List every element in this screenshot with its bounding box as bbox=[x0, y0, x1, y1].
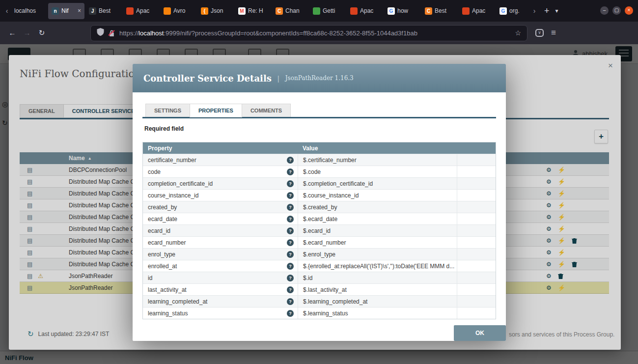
help-icon[interactable]: ? bbox=[287, 168, 294, 175]
property-row[interactable]: ecard_id?$.ecard_id bbox=[143, 224, 496, 236]
property-row[interactable]: course_instance_id?$.course_instance_id bbox=[143, 189, 496, 201]
property-name-cell: enrol_type? bbox=[143, 249, 298, 260]
help-icon[interactable]: ? bbox=[287, 227, 294, 234]
help-icon[interactable]: ? bbox=[287, 310, 294, 317]
browser-tab[interactable]: Gorg. bbox=[496, 3, 530, 19]
new-tab-button[interactable]: + bbox=[544, 6, 550, 16]
property-value[interactable]: $.last_activity_at bbox=[298, 284, 457, 295]
property-row[interactable]: learning_status?$.learning_status bbox=[143, 307, 496, 319]
bookmark-star-icon[interactable]: ☆ bbox=[515, 29, 521, 37]
properties-table-header: Property Value bbox=[143, 142, 496, 154]
tab-label: Getti bbox=[323, 7, 342, 14]
tab-scroll-right-icon[interactable]: › bbox=[530, 7, 538, 15]
property-value[interactable]: $.ecard_date bbox=[298, 213, 457, 224]
ok-button[interactable]: OK bbox=[454, 325, 506, 341]
property-row[interactable]: completion_certificate_id?$.completion_c… bbox=[143, 177, 496, 189]
browser-tab[interactable]: CChan bbox=[272, 3, 308, 19]
browser-tab[interactable]: Avro bbox=[160, 3, 196, 19]
tab-label: Apac bbox=[136, 7, 156, 14]
tab-label: Apac bbox=[360, 7, 380, 14]
property-name: last_activity_at bbox=[148, 286, 284, 293]
tab-close-icon[interactable]: × bbox=[78, 7, 81, 14]
browser-tab[interactable]: Ghow bbox=[384, 3, 420, 19]
browser-tab[interactable]: Getti bbox=[309, 3, 346, 19]
help-icon[interactable]: ? bbox=[287, 239, 294, 246]
property-value[interactable]: $.completion_certificate_id bbox=[298, 178, 457, 189]
browser-tab[interactable]: JBest bbox=[85, 3, 122, 19]
property-value[interactable]: $.{enrolled_at:replaceAll('(IST)\s',''):… bbox=[298, 260, 457, 272]
property-row[interactable]: id?$.id bbox=[143, 272, 496, 283]
property-value[interactable]: $.ecard_id bbox=[298, 225, 457, 236]
app-menu-icon[interactable]: ≡ bbox=[551, 28, 556, 38]
browser-tab[interactable]: nNif× bbox=[48, 3, 84, 19]
property-name: course_instance_id bbox=[148, 192, 284, 199]
property-value[interactable]: $.certificate_number bbox=[298, 154, 457, 166]
browser-tab[interactable]: {Json bbox=[197, 3, 234, 19]
help-icon[interactable]: ? bbox=[287, 216, 294, 223]
help-icon[interactable]: ? bbox=[287, 204, 294, 211]
shield-icon[interactable] bbox=[97, 28, 104, 38]
url-text[interactable]: https://localhost:9999/nifi/?processGrou… bbox=[119, 29, 417, 37]
property-row[interactable]: learning_completed_at?$.learning_complet… bbox=[143, 295, 496, 307]
property-row[interactable]: ecard_date?$.ecard_date bbox=[143, 213, 496, 224]
back-icon[interactable]: ← bbox=[5, 26, 20, 40]
help-icon[interactable]: ? bbox=[287, 275, 294, 281]
url-host: localhost bbox=[139, 29, 164, 37]
browser-tab[interactable]: Apac bbox=[123, 3, 159, 19]
minimize-button[interactable]: – bbox=[600, 6, 609, 15]
property-value[interactable]: $.learning_status bbox=[298, 308, 457, 319]
tab-favicon-icon: G bbox=[499, 7, 507, 15]
tab-settings[interactable]: SETTINGS bbox=[145, 104, 190, 117]
help-icon[interactable]: ? bbox=[287, 192, 294, 199]
tab-scroll-left-icon[interactable]: ‹ bbox=[3, 7, 11, 15]
property-row-end bbox=[457, 272, 496, 283]
property-value[interactable]: $.learning_completed_at bbox=[298, 296, 457, 307]
list-all-tabs-icon[interactable]: ▾ bbox=[555, 7, 558, 14]
browser-tab[interactable]: CBest bbox=[421, 3, 458, 19]
help-icon[interactable]: ? bbox=[287, 157, 294, 164]
property-value[interactable]: $.id bbox=[298, 272, 457, 283]
browser-tab[interactable]: MRe: H bbox=[235, 3, 271, 19]
maximize-button[interactable]: ▢ bbox=[612, 6, 621, 15]
reload-icon[interactable]: ↻ bbox=[34, 26, 49, 40]
tab-comments[interactable]: COMMENTS bbox=[242, 104, 291, 117]
property-name-cell: enrolled_at? bbox=[143, 260, 298, 272]
pocket-icon[interactable]: ∨ bbox=[535, 29, 544, 37]
tab-label: localhos bbox=[14, 7, 44, 14]
property-row[interactable]: ecard_number?$.ecard_number bbox=[143, 236, 496, 248]
property-row[interactable]: last_activity_at?$.last_activity_at bbox=[143, 283, 496, 295]
property-value[interactable]: $.enrol_type bbox=[298, 249, 457, 260]
browser-tab[interactable]: localhos bbox=[11, 3, 47, 19]
required-field-label: Required field bbox=[144, 125, 184, 132]
help-icon[interactable]: ? bbox=[287, 251, 294, 258]
property-name-cell: learning_status? bbox=[143, 308, 298, 319]
property-row[interactable]: certificate_number?$.certificate_number bbox=[143, 154, 496, 166]
details-dialog-tabs: SETTINGS PROPERTIES COMMENTS bbox=[145, 104, 290, 117]
property-value[interactable]: $.created_by bbox=[298, 201, 457, 213]
property-row[interactable]: code?$.code bbox=[143, 166, 496, 177]
browser-tab[interactable]: Apac bbox=[347, 3, 383, 19]
property-row[interactable]: enrol_type?$.enrol_type bbox=[143, 248, 496, 260]
url-scheme: https:// bbox=[119, 29, 139, 37]
property-row[interactable]: enrolled_at?$.{enrolled_at:replaceAll('(… bbox=[143, 260, 496, 272]
url-bar[interactable]: https://localhost:9999/nifi/?processGrou… bbox=[90, 25, 527, 41]
url-rest: :9999/nifi/?processGroupId=root&componen… bbox=[164, 29, 417, 37]
property-row-end bbox=[457, 178, 496, 189]
property-value[interactable]: $.ecard_number bbox=[298, 237, 457, 248]
property-row[interactable]: created_by?$.created_by bbox=[143, 201, 496, 213]
property-name: enrol_type bbox=[148, 251, 284, 258]
tab-properties[interactable]: PROPERTIES bbox=[190, 104, 242, 117]
tab-label: org. bbox=[509, 7, 529, 14]
help-icon[interactable]: ? bbox=[287, 180, 294, 187]
close-window-button[interactable]: × bbox=[625, 6, 633, 15]
insecure-lock-icon[interactable] bbox=[109, 29, 115, 37]
property-row-end bbox=[457, 260, 496, 272]
property-row-end bbox=[457, 154, 496, 166]
property-value[interactable]: $.course_instance_id bbox=[298, 190, 457, 201]
browser-tab[interactable]: Apac bbox=[459, 3, 495, 19]
property-value[interactable]: $.code bbox=[298, 166, 457, 177]
help-icon[interactable]: ? bbox=[287, 286, 294, 293]
help-icon[interactable]: ? bbox=[287, 263, 294, 270]
nav-right-icons: ∨ ≡ bbox=[535, 28, 556, 38]
help-icon[interactable]: ? bbox=[287, 298, 294, 305]
